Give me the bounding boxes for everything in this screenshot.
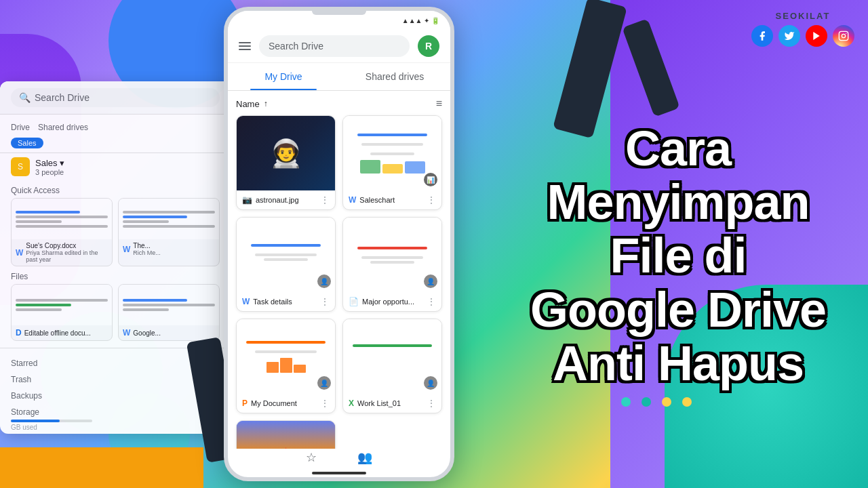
sales-name: Sales ▾ (35, 158, 64, 168)
phone-search-text: Search Drive (269, 41, 323, 52)
phone-file-grid: 👨‍🚀 📷 astronaut.jpg ⋮ (236, 115, 442, 449)
storage-bar (11, 420, 60, 422)
team-avatar: S (11, 157, 30, 176)
dots-decoration (621, 397, 692, 407)
phone-bottom-bar: ☆ 👥 (228, 445, 450, 470)
youtube-icon[interactable] (806, 25, 827, 47)
file-edit-1: Priya Sharma edited in the past year (26, 249, 108, 263)
file-name-astronaut: astronaut.jpg (256, 196, 299, 204)
file-card-1[interactable]: W Sue's Copy.docx Priya Sharma edited in… (11, 198, 113, 266)
brand-name: SEOKILAT (751, 11, 854, 21)
file-name-4: Google... (133, 329, 161, 337)
file-thumb-3 (12, 285, 112, 325)
thumb-mydoc: 👤 (237, 319, 335, 394)
people-bottom-icon[interactable]: 👥 (357, 450, 372, 465)
file-edit-2: Rich Me... (133, 249, 161, 256)
file-name-major: Major opportu... (362, 298, 414, 306)
phone-tabs: My Drive Shared drives (228, 63, 450, 91)
quick-access-grid: W Sue's Copy.docx Priya Sharma edited in… (0, 198, 231, 266)
phone-home-indicator (312, 472, 366, 474)
file-icon-ppt: P (242, 399, 248, 408)
file-name-mydoc: My Document (251, 399, 297, 407)
nav-shared[interactable]: Shared drives (33, 120, 94, 135)
shape-yellow-bottom (0, 447, 203, 488)
file-icon-w-sales: W (349, 195, 356, 205)
phone-content: Name ↑ ≡ 👨‍🚀 📷 astronaut.jpg ⋮ (228, 91, 450, 449)
thumb-task: 👤 (237, 218, 335, 292)
hero-line1: Cara Menyimpan File di Google Drive Anti… (515, 122, 841, 390)
file-icon-xls: X (349, 399, 354, 408)
person-overlay-major: 👤 (424, 274, 437, 288)
phone-notch (312, 11, 366, 15)
file-card-2[interactable]: W The... Rich Me... (118, 198, 220, 266)
file-icon-w-4: W (123, 328, 130, 338)
thumb-major: 👤 (343, 218, 441, 292)
phone-search-bar[interactable]: Search Drive (259, 35, 410, 57)
instagram-icon[interactable] (833, 25, 854, 47)
sort-label: Name (236, 99, 260, 109)
nav-backups[interactable]: Backups (11, 389, 220, 403)
file-card-4[interactable]: W Google... (118, 284, 220, 341)
file-icon-w-1: W (16, 248, 23, 258)
more-icon-major[interactable]: ⋮ (427, 296, 436, 307)
dot-3 (662, 397, 671, 407)
more-icon-worklist[interactable]: ⋮ (427, 398, 436, 409)
svg-point-3 (846, 33, 846, 34)
twitter-icon[interactable] (778, 25, 800, 47)
file-saleschart[interactable]: 📊 W Saleschart ⋮ (342, 115, 442, 210)
signal-bars: ▲▲▲ ✦ 🔋 (402, 17, 439, 24)
dot-4 (682, 397, 692, 407)
sales-row: S Sales ▾ 3 people (0, 153, 231, 180)
person-overlay-task: 👤 (317, 274, 331, 288)
star-bottom-icon[interactable]: ☆ (306, 450, 317, 465)
nav-starred[interactable]: Starred (11, 357, 220, 370)
file-card-3[interactable]: D Editable offline docu... (11, 284, 113, 341)
more-icon-task[interactable]: ⋮ (320, 296, 330, 307)
file-icon-pdf: 📄 (349, 297, 359, 306)
file-name-saleschart: Saleschart (359, 196, 395, 204)
svg-rect-1 (839, 31, 848, 40)
hamburger-icon[interactable] (239, 42, 251, 50)
file-astronaut[interactable]: 👨‍🚀 📷 astronaut.jpg ⋮ (236, 115, 336, 210)
tab-my-drive[interactable]: My Drive (228, 63, 339, 90)
svg-point-2 (842, 34, 845, 37)
file-major[interactable]: 👤 📄 Major opportu... ⋮ (342, 217, 442, 312)
file-mydoc[interactable]: 👤 P My Document ⋮ (236, 319, 336, 413)
thumb-saleschart: 📊 (343, 116, 441, 190)
sales-info: Sales ▾ 3 people (35, 158, 64, 176)
view-toggle-icon[interactable]: ≡ (436, 98, 442, 110)
nav-drive[interactable]: Drive (11, 120, 30, 135)
facebook-icon[interactable] (751, 25, 773, 47)
file-task[interactable]: 👤 W Task details ⋮ (236, 217, 336, 312)
file-thumb-1 (12, 199, 112, 239)
name-bar: Name ↑ ≡ (236, 91, 442, 115)
desktop-header: 🔍 Search Drive (0, 81, 231, 115)
file-worklist[interactable]: 👤 X Work List_01 ⋮ (342, 319, 442, 413)
phone-mockup: ▲▲▲ ✦ 🔋 Search Drive R My Drive Shared d… (224, 7, 454, 481)
file-name-2: The... (133, 242, 161, 249)
files-grid: D Editable offline docu... W Google... (0, 284, 231, 341)
nav-trash[interactable]: Trash (11, 373, 220, 386)
quick-access-label: Quick Access (0, 180, 231, 198)
tab-shared-drives[interactable]: Shared drives (339, 63, 450, 90)
dot-1 (621, 397, 631, 407)
phone-header: Search Drive R (228, 30, 450, 63)
sales-badge: Sales (11, 138, 43, 148)
thumb-astronaut: 👨‍🚀 (237, 116, 335, 190)
more-icon-astronaut[interactable]: ⋮ (320, 195, 330, 205)
chart-overlay: 📊 (424, 173, 437, 186)
files-label: Files (0, 266, 231, 284)
more-icon-mydoc[interactable]: ⋮ (320, 398, 330, 409)
file-name-3: Editable offline docu... (24, 329, 91, 337)
file-icon-w-2: W (123, 245, 130, 254)
person-overlay-mydoc: 👤 (317, 376, 331, 390)
more-icon-sales[interactable]: ⋮ (427, 195, 436, 205)
person-overlay-worklist: 👤 (424, 376, 437, 390)
search-icon: 🔍 (19, 92, 31, 103)
user-avatar[interactable]: R (418, 35, 439, 57)
hero-title-area: Cara Menyimpan File di Google Drive Anti… (515, 122, 841, 390)
desktop-search-text: Search Drive (35, 92, 90, 103)
thumb-worklist: 👤 (343, 319, 441, 394)
desktop-search-bar[interactable]: 🔍 Search Drive (11, 88, 220, 107)
sort-arrow-icon: ↑ (264, 99, 268, 108)
